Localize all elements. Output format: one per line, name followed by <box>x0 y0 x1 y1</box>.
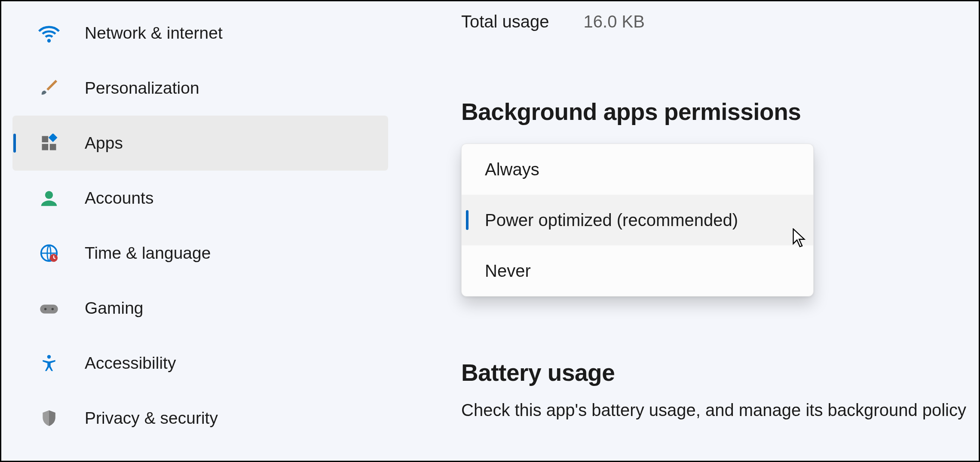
accessibility-icon <box>38 352 60 374</box>
sidebar-item-label: Accounts <box>85 189 153 208</box>
sidebar-item-label: Network & internet <box>85 24 223 43</box>
total-usage-label: Total usage <box>461 12 549 31</box>
sidebar-item-personalization[interactable]: Personalization <box>12 61 388 116</box>
shield-icon <box>38 407 60 429</box>
globe-clock-icon <box>38 242 60 264</box>
svg-rect-3 <box>49 134 58 142</box>
dropdown-option-never[interactable]: Never <box>462 245 813 296</box>
sidebar-item-label: Privacy & security <box>85 409 218 428</box>
dropdown-option-label: Power optimized (recommended) <box>485 211 738 230</box>
sidebar-item-accounts[interactable]: Accounts <box>12 171 388 226</box>
sidebar-item-label: Personalization <box>85 79 199 98</box>
settings-content: Total usage 16.0 KB Background apps perm… <box>401 1 979 461</box>
sidebar-item-label: Apps <box>85 134 123 153</box>
brush-icon <box>38 77 60 99</box>
sidebar-item-network[interactable]: Network & internet <box>12 6 388 61</box>
apps-icon <box>38 132 60 154</box>
gamepad-icon <box>38 297 60 319</box>
sidebar-item-privacy-security[interactable]: Privacy & security <box>12 391 388 446</box>
settings-sidebar: Network & internet Personalization Apps <box>1 1 401 461</box>
sidebar-item-accessibility[interactable]: Accessibility <box>12 336 388 391</box>
dropdown-option-label: Never <box>485 261 531 281</box>
svg-rect-2 <box>50 144 56 150</box>
battery-usage-heading: Battery usage <box>461 359 979 386</box>
sidebar-item-label: Gaming <box>85 299 144 318</box>
svg-point-9 <box>52 308 54 310</box>
battery-usage-description: Check this app's battery usage, and mana… <box>461 398 979 422</box>
dropdown-option-label: Always <box>485 160 539 179</box>
total-usage-value: 16.0 KB <box>584 12 645 31</box>
background-permissions-heading: Background apps permissions <box>461 98 979 125</box>
svg-point-8 <box>44 308 46 310</box>
svg-point-10 <box>47 355 51 358</box>
sidebar-item-time-language[interactable]: Time & language <box>12 226 388 281</box>
svg-rect-7 <box>40 305 58 314</box>
sidebar-item-label: Accessibility <box>85 354 176 373</box>
background-permissions-dropdown[interactable]: Always Power optimized (recommended) Nev… <box>461 144 814 297</box>
sidebar-item-gaming[interactable]: Gaming <box>12 281 388 336</box>
person-icon <box>38 187 60 209</box>
svg-point-4 <box>45 191 53 199</box>
dropdown-option-power-optimized[interactable]: Power optimized (recommended) <box>462 195 813 245</box>
svg-rect-0 <box>42 136 49 143</box>
sidebar-item-label: Time & language <box>85 244 211 263</box>
sidebar-item-apps[interactable]: Apps <box>12 116 388 171</box>
dropdown-option-always[interactable]: Always <box>462 144 813 195</box>
svg-rect-1 <box>42 144 49 150</box>
wifi-icon <box>38 22 60 44</box>
